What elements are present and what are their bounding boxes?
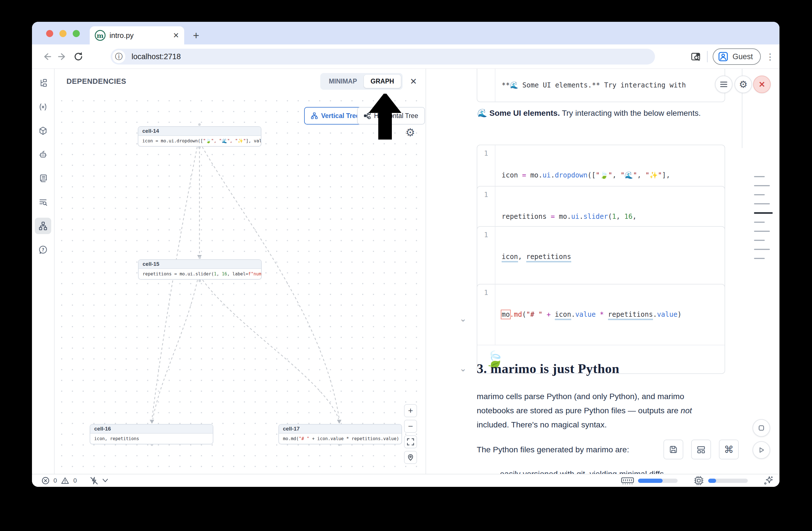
sidebar-item-packages[interactable]	[35, 123, 51, 139]
shutdown-button[interactable]: ✕	[753, 75, 771, 93]
dependency-graph-icon	[38, 221, 48, 231]
node-code: mo.md("# " + icon.value * repetitions.va…	[279, 434, 402, 444]
node-title: cell-17	[279, 425, 402, 434]
graph-node-cell-14[interactable]: cell-14 icon = mo.ui.dropdown(["🍃", "🌊",…	[138, 126, 261, 147]
minimap-cell-marker[interactable]	[754, 185, 770, 186]
toolbar-divider	[707, 51, 708, 62]
sidebar-item-help[interactable]: ?	[35, 241, 51, 258]
save-icon	[669, 445, 678, 454]
graph-node-cell-16[interactable]: cell-16 icon, repetitions	[90, 424, 213, 444]
notebook-cell-md-expression[interactable]: 1 mo.md("# " + icon.value * repetitions.…	[477, 284, 725, 374]
sidebar-item-variables[interactable]	[35, 99, 51, 115]
section-collapse-chevron-icon[interactable]: ⌄	[460, 364, 466, 373]
marimo-favicon: m	[95, 30, 105, 41]
graph-node-cell-15[interactable]: cell-15 repetitions = mo.ui.slider(1, 16…	[138, 259, 262, 279]
sidebar-item-file-tree[interactable]	[35, 75, 51, 91]
ram-usage-meter	[638, 479, 678, 483]
minimap-cell-marker[interactable]	[754, 258, 765, 259]
warnings-icon[interactable]	[61, 477, 69, 485]
cpu-icon	[694, 475, 704, 486]
tab-search-icon[interactable]	[690, 51, 702, 62]
save-button[interactable]	[664, 440, 683, 459]
error-count: 0	[54, 477, 57, 484]
center-view-button[interactable]	[404, 451, 417, 464]
section-heading: 3. marimo is just Python	[477, 361, 619, 376]
gear-icon: ⚙	[739, 80, 748, 89]
cell-code[interactable]: icon, repetitions	[495, 227, 578, 287]
stop-button[interactable]	[753, 419, 770, 437]
new-tab-button[interactable]: +	[189, 29, 203, 42]
minimap-cell-marker-active[interactable]	[754, 212, 773, 214]
node-title: cell-15	[139, 260, 261, 269]
sidebar-item-ai-assistant[interactable]	[35, 146, 51, 163]
tab-close-icon[interactable]: ✕	[173, 31, 179, 40]
warning-count: 0	[73, 477, 77, 484]
maximize-window-button[interactable]	[73, 30, 80, 37]
close-icon: ✕	[758, 80, 765, 89]
ai-sparkle-icon[interactable]	[763, 475, 774, 486]
site-info-icon[interactable]: ⓘ	[112, 50, 125, 63]
back-button[interactable]	[39, 49, 55, 64]
minimap-cell-marker[interactable]	[754, 231, 770, 232]
output-collapse-chevron-icon[interactable]: ⌄	[460, 314, 466, 323]
notebook-settings-button[interactable]: ⚙	[735, 75, 752, 93]
browser-toolbar: ⓘ localhost:2718 Guest ⋮	[32, 44, 780, 69]
scroll-icon	[39, 174, 47, 183]
robot-icon	[39, 150, 47, 159]
section-paragraph-clipped: easily versioned with git, yielding mini…	[500, 467, 735, 474]
address-bar[interactable]: ⓘ localhost:2718	[111, 49, 655, 64]
browser-menu-icon[interactable]: ⋮	[766, 52, 774, 62]
minimap-cell-marker[interactable]	[754, 203, 770, 204]
close-window-button[interactable]	[46, 30, 53, 37]
sidebar-item-dependency-graph[interactable]	[35, 218, 51, 234]
layout-toggle-button[interactable]	[691, 440, 711, 459]
cell-code[interactable]: **🌊 Some UI elements.** Try interacting …	[495, 69, 692, 102]
autorun-disabled-icon[interactable]	[89, 476, 99, 485]
dependency-graph-canvas[interactable]: Vertical Tree Horizontal Tree ⚙ cell-14 …	[55, 94, 425, 474]
markdown-output: 🌊 Some UI elements. Try interacting with…	[477, 109, 701, 118]
cell-minimap[interactable]	[754, 176, 773, 259]
notebook-menu-button[interactable]	[715, 75, 733, 93]
notebook-cell-markdown-source[interactable]: 1 **🌊 Some UI elements.** Try interactin…	[477, 69, 725, 102]
node-code: repetitions = mo.ui.slider(1, 16, label=…	[139, 269, 261, 279]
forward-button[interactable]	[55, 49, 70, 64]
minimap-cell-marker[interactable]	[754, 240, 765, 241]
minimap-cell-marker[interactable]	[754, 249, 770, 250]
minimap-cell-marker[interactable]	[754, 176, 765, 177]
run-button[interactable]	[753, 441, 770, 459]
zoom-in-button[interactable]: +	[404, 404, 417, 417]
graph-settings-icon[interactable]: ⚙	[405, 127, 415, 138]
layout-icon	[697, 445, 706, 454]
profile-button[interactable]: Guest	[713, 48, 761, 65]
cpu-usage-meter	[708, 479, 748, 483]
line-number: 1	[477, 227, 495, 287]
graph-zoom-controls: + −	[404, 404, 417, 464]
window-controls[interactable]	[46, 30, 80, 37]
zoom-out-button[interactable]: −	[404, 420, 417, 433]
tab-minimap[interactable]: MINIMAP	[322, 75, 364, 88]
shortcuts-button[interactable]: ⌘	[719, 440, 739, 459]
minimap-cell-marker[interactable]	[754, 221, 765, 223]
tab-graph[interactable]: GRAPH	[364, 75, 401, 88]
panel-title: DEPENDENCIES	[67, 77, 320, 86]
cell-code[interactable]: mo.md("# " + icon.value * repetitions.va…	[495, 285, 688, 345]
play-icon	[758, 446, 765, 454]
notebook-panel: 1 **🌊 Some UI elements.** Try interactin…	[426, 69, 780, 474]
view-switcher: MINIMAP GRAPH	[320, 73, 403, 90]
reload-button[interactable]	[70, 49, 86, 64]
minimize-window-button[interactable]	[59, 30, 67, 37]
sidebar-item-scratchpad[interactable]	[35, 170, 51, 187]
fullscreen-icon	[407, 438, 414, 446]
minimap-cell-marker[interactable]	[754, 194, 765, 195]
browser-tab[interactable]: m intro.py ✕	[90, 26, 184, 44]
panel-close-icon[interactable]: ✕	[410, 76, 417, 86]
browser-tab-strip: m intro.py ✕ +	[32, 22, 780, 44]
graph-node-cell-17[interactable]: cell-17 mo.md("# " + icon.value * repeti…	[278, 424, 402, 444]
sidebar-item-logs[interactable]	[35, 194, 51, 210]
chevron-down-icon[interactable]	[102, 479, 108, 483]
errors-icon[interactable]	[42, 477, 49, 485]
url-text[interactable]: localhost:2718	[132, 52, 181, 61]
fit-view-button[interactable]	[404, 435, 417, 448]
node-title: cell-14	[139, 127, 261, 136]
hamburger-icon	[720, 81, 728, 88]
